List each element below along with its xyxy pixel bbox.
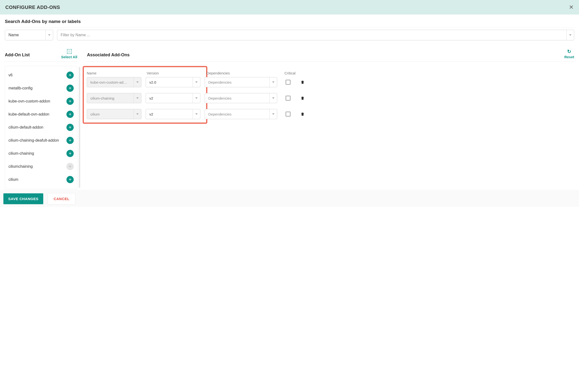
assoc-name-value: kube-ovn-custom-ad… — [90, 80, 127, 84]
assoc-version-value: v2 — [149, 96, 153, 100]
addon-list-item: cilium-chaining+ — [8, 147, 74, 160]
addon-item-label: cilium — [8, 177, 67, 182]
delete-icon[interactable] — [300, 80, 305, 84]
col-header-critical: Critical — [285, 71, 297, 75]
select-all-icon — [67, 49, 72, 54]
search-filter-input[interactable] — [57, 30, 574, 40]
assoc-dependencies-select[interactable]: Dependencies — [205, 109, 277, 119]
addon-item-label: cilium-chaining-deafult-addon — [8, 138, 67, 143]
assoc-dep-placeholder: Dependencies — [208, 96, 231, 100]
assoc-name-select[interactable]: cilium-chaining — [87, 93, 141, 103]
associated-row: cilium-chainingv2Dependencies — [87, 93, 319, 103]
cancel-button[interactable]: CANCEL — [48, 193, 76, 204]
chevron-down-icon — [269, 93, 277, 103]
addon-item-label: metallb-config — [8, 86, 67, 91]
assoc-version-select[interactable]: v2 — [146, 109, 200, 119]
addon-list-item: kube-default-ovn-addon+ — [8, 108, 74, 121]
close-icon[interactable]: ✕ — [569, 4, 574, 11]
search-field-value: Name — [8, 33, 19, 37]
associated-row: kube-ovn-custom-ad…v2.0Dependencies — [87, 77, 319, 87]
highlighted-region: Name Version Dependencies Critical kube-… — [83, 66, 207, 124]
select-all-button[interactable]: Select All — [61, 49, 77, 59]
delete-icon[interactable] — [300, 96, 305, 100]
chevron-down-icon — [134, 93, 141, 103]
addon-item-label: kube-default-ovn-addon — [8, 112, 67, 117]
select-all-label: Select All — [61, 55, 77, 59]
critical-checkbox[interactable] — [286, 96, 290, 100]
add-addon-button[interactable]: + — [67, 137, 74, 144]
assoc-name-select[interactable]: kube-ovn-custom-ad… — [87, 77, 141, 87]
chevron-down-icon — [45, 30, 53, 40]
add-addon-button[interactable]: + — [67, 72, 74, 79]
add-addon-button: + — [67, 163, 74, 170]
addon-list-item: metallb-config+ — [8, 82, 74, 95]
addon-list-item: calico+ — [8, 186, 74, 189]
assoc-version-select[interactable]: v2.0 — [146, 77, 200, 87]
modal-header: CONFIGURE ADD-ONS ✕ — [0, 0, 579, 14]
assoc-version-select[interactable]: v2 — [146, 93, 200, 103]
chevron-down-icon — [269, 109, 277, 119]
addon-list-title: Add-On List — [5, 52, 30, 59]
search-section-label: Search Add-Ons by name or labels — [5, 19, 574, 24]
reset-icon: ↻ — [567, 49, 571, 54]
add-addon-button[interactable]: + — [67, 98, 74, 105]
assoc-dependencies-select[interactable]: Dependencies — [205, 93, 277, 103]
addon-list-item: cilium-chaining-deafult-addon+ — [8, 134, 74, 147]
addon-list-item: cilium-default-addon+ — [8, 121, 74, 134]
addon-list-item: v6+ — [8, 69, 74, 82]
associated-title: Associated Add-Ons — [87, 52, 130, 59]
col-header-name: Name — [87, 71, 142, 75]
add-addon-button[interactable]: + — [67, 84, 74, 92]
assoc-dep-placeholder: Dependencies — [208, 80, 231, 84]
assoc-dep-placeholder: Dependencies — [208, 112, 231, 116]
addon-list-item: ciliumchaining+ — [8, 160, 74, 173]
add-addon-button[interactable]: + — [67, 189, 74, 189]
chevron-down-icon — [193, 109, 200, 119]
chevron-down-icon — [269, 77, 277, 87]
assoc-name-value: cilium-chaining — [90, 96, 114, 100]
assoc-name-select[interactable]: cilium — [87, 109, 141, 119]
addon-item-label: cilium-default-addon — [8, 125, 67, 130]
reset-label: Reset — [564, 55, 574, 59]
addon-item-label: cilium-chaining — [8, 151, 67, 156]
chevron-down-icon — [193, 77, 200, 87]
col-header-dependencies: Dependencies — [207, 71, 280, 75]
critical-checkbox[interactable] — [286, 80, 290, 84]
addon-item-label: ciliumchaining — [8, 164, 67, 169]
assoc-dependencies-select[interactable]: Dependencies — [205, 77, 277, 87]
assoc-columns-header: Name Version Dependencies Critical — [87, 70, 319, 77]
critical-checkbox[interactable] — [286, 112, 290, 116]
delete-icon[interactable] — [300, 112, 305, 116]
addon-list-item: cilium+ — [8, 173, 74, 186]
chevron-down-icon — [134, 77, 141, 87]
scrollbar[interactable] — [79, 67, 80, 188]
chevron-down-icon — [134, 109, 141, 119]
modal-title: CONFIGURE ADD-ONS — [5, 4, 60, 10]
search-field-select[interactable]: Name — [5, 30, 53, 40]
col-header-version: Version — [147, 71, 202, 75]
addon-list-item: kube-ovn-custom-addon+ — [8, 95, 74, 108]
assoc-version-value: v2.0 — [149, 80, 156, 84]
footer: SAVE CHANGES CANCEL — [0, 190, 579, 207]
assoc-name-value: cilium — [90, 112, 100, 116]
add-addon-button[interactable]: + — [67, 150, 74, 157]
reset-button[interactable]: ↻ Reset — [564, 49, 574, 59]
associated-row: ciliumv2Dependencies — [87, 109, 319, 119]
chevron-down-icon — [567, 30, 574, 40]
save-button[interactable]: SAVE CHANGES — [3, 193, 43, 204]
addon-list: v6+metallb-config+kube-ovn-custom-addon+… — [5, 66, 77, 189]
chevron-down-icon — [193, 93, 200, 103]
addon-item-label: kube-ovn-custom-addon — [8, 99, 67, 104]
addon-item-label: v6 — [8, 73, 67, 78]
search-filter-text[interactable] — [61, 33, 567, 37]
add-addon-button[interactable]: + — [67, 111, 74, 118]
assoc-version-value: v2 — [149, 112, 153, 116]
add-addon-button[interactable]: + — [67, 124, 74, 131]
add-addon-button[interactable]: + — [67, 176, 74, 183]
